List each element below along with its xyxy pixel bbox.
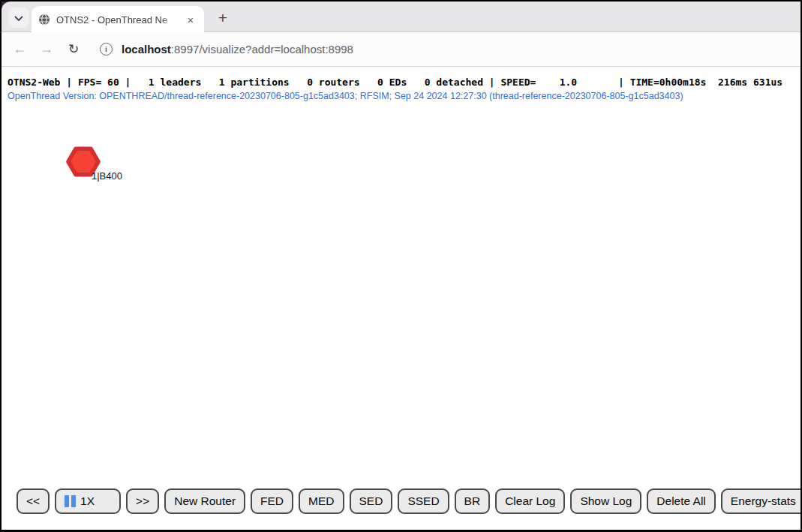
- add-ssed-button[interactable]: SSED: [398, 488, 449, 514]
- tab-close-icon[interactable]: ×: [184, 13, 197, 26]
- clear-log-button[interactable]: Clear Log: [495, 488, 565, 514]
- node-label: 1|B400: [92, 170, 122, 182]
- forward-icon[interactable]: →: [37, 40, 56, 59]
- add-sed-button[interactable]: SED: [350, 488, 393, 514]
- openthread-version-line: OpenThread Version: OPENTHREAD/thread-re…: [8, 91, 683, 101]
- browser-window: OTNS2 - OpenThread Ne × + ← → ↻ i localh…: [2, 2, 800, 530]
- globe-favicon-icon: [38, 14, 50, 26]
- simulator-action-bar: << 1X >> New Router FED MED SED SSED BR …: [17, 488, 800, 514]
- back-icon[interactable]: ←: [10, 40, 29, 59]
- add-br-button[interactable]: BR: [455, 488, 491, 514]
- new-tab-button[interactable]: +: [213, 8, 233, 28]
- browser-tab-active[interactable]: OTNS2 - OpenThread Ne ×: [32, 6, 204, 33]
- url-host: localhost: [122, 43, 171, 56]
- speed-value: 1X: [80, 494, 95, 508]
- add-fed-button[interactable]: FED: [251, 488, 293, 514]
- address-bar[interactable]: i localhost:8997/visualize?addr=localhos…: [95, 37, 800, 62]
- tab-search-button[interactable]: [8, 8, 29, 28]
- speed-increase-button[interactable]: >>: [126, 488, 159, 514]
- tab-bar: OTNS2 - OpenThread Ne × +: [2, 2, 800, 32]
- tab-title: OTNS2 - OpenThread Ne: [56, 14, 184, 26]
- address-toolbar: ← → ↻ i localhost:8997/visualize?addr=lo…: [2, 32, 800, 67]
- speed-decrease-button[interactable]: <<: [17, 488, 50, 514]
- pause-icon: [65, 495, 76, 507]
- delete-all-button[interactable]: Delete All: [647, 488, 715, 514]
- node-leader[interactable]: 1|B400: [66, 146, 101, 179]
- chevron-down-icon: [14, 11, 23, 25]
- show-log-button[interactable]: Show Log: [570, 488, 641, 514]
- new-router-button[interactable]: New Router: [164, 488, 245, 514]
- pause-speed-button[interactable]: 1X: [55, 488, 121, 514]
- reload-icon[interactable]: ↻: [64, 40, 83, 59]
- url-text[interactable]: localhost:8997/visualize?addr=localhost:…: [122, 43, 353, 56]
- energy-stats-button[interactable]: Energy-stats ↗: [721, 488, 800, 514]
- simulator-canvas: OTNS2-Web | FPS= 60 | 1 leaders 1 partit…: [2, 67, 800, 530]
- page-info-icon[interactable]: i: [100, 43, 113, 56]
- simulator-status-line: OTNS2-Web | FPS= 60 | 1 leaders 1 partit…: [8, 77, 782, 88]
- url-path: :8997/visualize?addr=localhost:8998: [171, 43, 353, 56]
- add-med-button[interactable]: MED: [299, 488, 344, 514]
